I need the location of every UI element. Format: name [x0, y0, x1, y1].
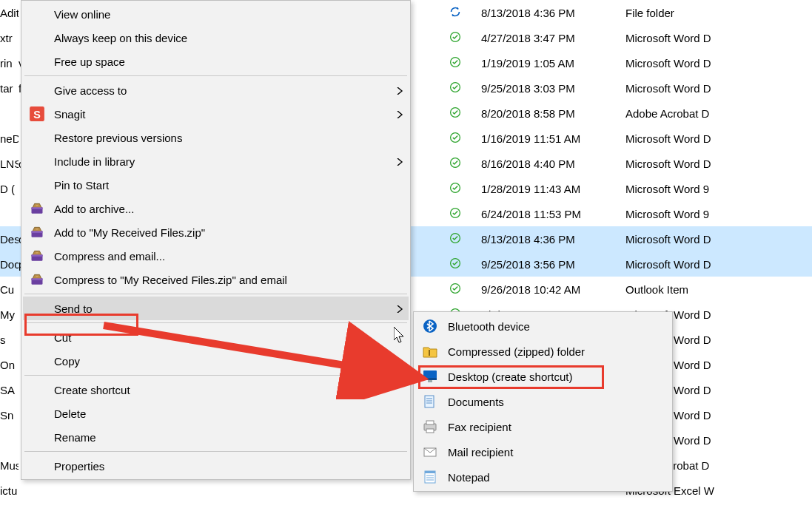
file-row[interactable]: ictuMicrosoft Excel W [0, 478, 812, 503]
file-date: 8/16/2018 4:40 PM [481, 158, 625, 170]
file-type: Outlook Item [625, 283, 812, 296]
sendto-mail[interactable]: Mail recipient [415, 439, 671, 464]
menu-separator [24, 294, 407, 294]
menu-pin-start[interactable]: Pin to Start [23, 173, 409, 197]
check-icon [429, 106, 481, 121]
file-date: 9/26/2018 10:42 AM [481, 283, 625, 296]
check-icon [429, 282, 481, 297]
file-date: 8/20/2018 8:58 PM [481, 107, 625, 120]
check-icon [429, 257, 481, 271]
svg-rect-25 [32, 278, 43, 280]
row-prefix: tar [0, 82, 19, 95]
file-type: Microsoft Word D [625, 32, 812, 44]
menu-create-shortcut[interactable]: Create shortcut [23, 378, 409, 402]
menu-give-access[interactable]: Give access to [23, 78, 409, 102]
menu-label: Copy [54, 355, 409, 368]
winrar-icon [29, 271, 45, 288]
menu-label: Delete [54, 407, 409, 420]
menu-label: Cut [54, 331, 409, 344]
sendto-desktop[interactable]: Desktop (create shortcut) [415, 364, 671, 389]
sendto-bluetooth[interactable]: Bluetooth device [415, 314, 671, 339]
menu-free-up[interactable]: Free up space [23, 50, 409, 73]
check-icon [429, 232, 481, 246]
sendto-label: Fax recipient [448, 421, 671, 433]
desktop-icon [423, 369, 437, 384]
documents-icon [423, 394, 437, 409]
menu-label: View online [54, 8, 409, 21]
row-prefix: s [0, 334, 19, 346]
sendto-label: Bluetooth device [448, 320, 671, 333]
sendto-documents[interactable]: Documents [415, 389, 671, 414]
menu-cut[interactable]: Cut [23, 325, 409, 349]
sendto-notepad[interactable]: Notepad [415, 464, 671, 490]
svg-rect-30 [423, 378, 437, 380]
menu-label: Add to archive... [54, 203, 409, 215]
file-date: 1/16/2019 11:51 AM [481, 132, 625, 145]
menu-copy[interactable]: Copy [23, 349, 409, 373]
check-icon [429, 81, 481, 95]
menu-include-library[interactable]: Include in library [23, 149, 409, 173]
menu-snagit[interactable]: S Snagit [23, 102, 409, 126]
menu-label: Pin to Start [54, 179, 409, 192]
winrar-icon [29, 200, 45, 217]
file-date: 6/24/2018 11:53 PM [481, 208, 625, 220]
row-prefix: LNS [0, 158, 19, 170]
svg-rect-16 [32, 207, 43, 209]
check-icon [429, 56, 481, 70]
menu-view-online[interactable]: View online [23, 2, 409, 26]
notepad-icon [423, 470, 437, 484]
winrar-icon [29, 248, 45, 264]
zipfolder-icon [423, 344, 437, 359]
file-date: 8/13/2018 4:36 PM [481, 233, 625, 246]
menu-label: Restore previous versions [54, 132, 409, 144]
file-type: Adobe Acrobat D [625, 107, 812, 120]
file-date: 1/19/2019 1:05 AM [481, 57, 625, 70]
row-prefix: neD [0, 132, 19, 145]
menu-add-myfiles[interactable]: Add to "My Received Files.zip" [23, 220, 409, 244]
menu-label: Snagit [54, 108, 391, 121]
svg-rect-28 [429, 350, 430, 356]
check-icon [429, 157, 481, 171]
menu-label: Free up space [54, 55, 409, 68]
menu-rename[interactable]: Rename [23, 425, 409, 449]
menu-label: Create shortcut [54, 384, 409, 396]
menu-compress-myfiles[interactable]: Compress to "My Received Files.zip" and … [23, 268, 409, 291]
svg-rect-32 [425, 396, 434, 407]
menu-label: Include in library [54, 155, 391, 168]
menu-label: Always keep on this device [54, 32, 409, 44]
sendto-fax[interactable]: Fax recipient [415, 414, 671, 439]
menu-delete[interactable]: Delete [23, 402, 409, 425]
bluetooth-icon [423, 319, 437, 334]
sendto-label: Desktop (create shortcut) [448, 370, 671, 383]
svg-text:S: S [33, 109, 41, 121]
svg-rect-26 [36, 276, 38, 277]
menu-label: Add to "My Received Files.zip" [54, 226, 409, 239]
svg-rect-31 [428, 380, 432, 382]
menu-properties[interactable]: Properties [23, 454, 409, 478]
sendto-label: Documents [448, 396, 671, 408]
file-date: 8/13/2018 4:36 PM [481, 7, 625, 19]
svg-rect-37 [426, 421, 434, 424]
file-date: 1/28/2019 11:43 AM [481, 183, 625, 195]
menu-always-keep[interactable]: Always keep on this device [23, 26, 409, 50]
file-type: Microsoft Word D [625, 233, 812, 246]
svg-rect-38 [426, 429, 434, 433]
winrar-icon [29, 224, 45, 240]
context-menu: View online Always keep on this device F… [21, 0, 411, 480]
sendto-zipfolder[interactable]: Compressed (zipped) folder [415, 339, 671, 364]
menu-add-archive[interactable]: Add to archive... [23, 197, 409, 220]
row-prefix: On [0, 359, 19, 371]
sync-icon [429, 5, 481, 21]
file-type: Microsoft Word D [625, 57, 812, 70]
menu-separator [24, 451, 407, 452]
svg-rect-22 [32, 254, 43, 257]
chevron-right-icon [391, 155, 409, 168]
check-icon [429, 182, 481, 196]
file-type: Microsoft Word D [625, 258, 812, 271]
menu-compress-email[interactable]: Compress and email... [23, 244, 409, 268]
menu-send-to[interactable]: Send to [23, 297, 409, 320]
sendto-label: Compressed (zipped) folder [448, 345, 671, 358]
file-type: Microsoft Word D [625, 158, 812, 170]
svg-rect-20 [36, 229, 38, 230]
menu-restore-prev[interactable]: Restore previous versions [23, 126, 409, 149]
